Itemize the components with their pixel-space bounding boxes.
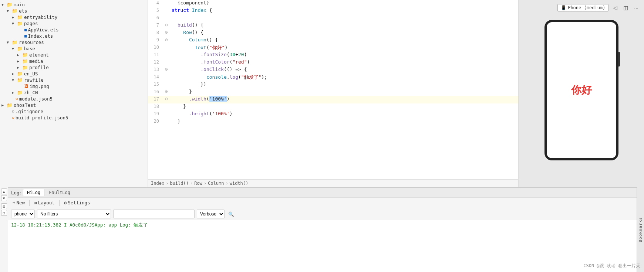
- code-line-19: 19 .height('100%'): [148, 111, 518, 118]
- filter-select[interactable]: No filters: [37, 210, 111, 218]
- arrow-media: ▶: [17, 59, 22, 63]
- nav-bottom[interactable]: ⊟: [1, 210, 7, 216]
- folder-icon-ohostest: 📁: [7, 102, 13, 108]
- tree-item-indexets[interactable]: ■ Index.ets: [0, 33, 148, 39]
- breadcrumb-build[interactable]: build(): [170, 181, 189, 186]
- settings-button[interactable]: ⚙ Settings: [63, 199, 92, 206]
- code-7: build() {: [170, 22, 518, 28]
- tree-item-pages[interactable]: ▼ 📁 pages: [0, 20, 148, 27]
- gutter-13: ⊖: [163, 67, 170, 72]
- code-line-14: 14 console.log("触发了");: [148, 74, 518, 81]
- tree-item-base[interactable]: ▼ 📁 base: [0, 45, 148, 52]
- file-icon-gitignore: ⚙: [12, 109, 14, 114]
- layout-button[interactable]: ⊞ Layout: [33, 199, 56, 206]
- gutter-16: ⊖: [163, 89, 170, 94]
- arrow-zhcn: ▶: [12, 91, 17, 95]
- tree-item-profile[interactable]: ▶ 📁 profile: [0, 64, 148, 71]
- label-rawfile: rawfile: [24, 77, 44, 83]
- folder-icon-resources: 📁: [12, 40, 18, 45]
- arrow-element: ▶: [17, 53, 22, 57]
- label-zhcn: zh_CN: [24, 90, 38, 95]
- arrow-enus: ▶: [12, 72, 17, 76]
- tree-item-entryability[interactable]: ▶ 📁 entryability: [0, 14, 148, 20]
- tree-item-resources[interactable]: ▼ 📁 resources: [0, 39, 148, 45]
- line-num-14: 14: [148, 74, 163, 79]
- file-icon-buildprofile: ⚙: [12, 115, 14, 120]
- log-toolbar: + New ⊞ Layout ⚙ Settings: [8, 198, 637, 208]
- breadcrumb: Index › build() › Row › Column › width(): [148, 179, 518, 187]
- file-icon-indexets: ■: [24, 34, 27, 38]
- more-button[interactable]: ···: [632, 4, 640, 12]
- code-4: {component}: [170, 0, 518, 6]
- tree-item-appview[interactable]: ■ AppView.ets: [0, 27, 148, 33]
- breadcrumb-index[interactable]: Index: [151, 181, 164, 186]
- line-num-15: 15: [148, 81, 163, 87]
- phone-screen: 你好: [547, 22, 616, 158]
- nav-up[interactable]: ▲: [1, 188, 7, 194]
- code-content[interactable]: 4 {component} 5 struct Index { 6 7 ⊖ b: [148, 0, 518, 179]
- hello-text: 你好: [571, 83, 592, 97]
- code-17: .width('100%'): [170, 96, 518, 102]
- gutter-17: ⊖: [163, 96, 170, 102]
- nav-top[interactable]: ⊡: [1, 203, 7, 209]
- tab-hilog[interactable]: HiLog: [23, 189, 44, 196]
- line-num-4: 4: [148, 0, 163, 6]
- tree-item-ohostest[interactable]: ▶ 📁 ohosTest: [0, 102, 148, 108]
- code-line-5: 5 struct Index {: [148, 7, 518, 15]
- nav-down[interactable]: ▼: [1, 195, 7, 201]
- device-select[interactable]: phone: [11, 210, 35, 218]
- back-button[interactable]: ◁: [611, 4, 619, 12]
- code-line-17: 17 ⊖ .width('100%'): [148, 96, 518, 103]
- folder-icon-entryability: 📁: [17, 14, 23, 20]
- device-label: 📱 Phone (medium): [557, 4, 608, 11]
- folder-icon-pages: 📁: [17, 21, 23, 26]
- breadcrumb-column[interactable]: Column: [208, 181, 224, 186]
- label-entryability: entryability: [24, 14, 57, 20]
- code-9: Column() {: [170, 37, 518, 42]
- tree-item-element[interactable]: ▶ 📁 element: [0, 52, 148, 58]
- tree-item-rawfile[interactable]: ▼ 📁 rawfile: [0, 77, 148, 83]
- log-nav-buttons: ▲ ▼ ⊡ ⊟: [0, 187, 8, 272]
- arrow-resources: ▼: [7, 40, 12, 44]
- label-imgpng: img.png: [30, 84, 49, 89]
- new-button[interactable]: + New: [11, 199, 26, 206]
- split-button[interactable]: ◫: [621, 4, 630, 12]
- sep2: ›: [190, 181, 193, 186]
- settings-label: Settings: [68, 200, 90, 205]
- tree-item-gitignore[interactable]: ⚙ .gitignore: [0, 108, 148, 115]
- tree-item-ets[interactable]: ▼ 📁 ets: [0, 8, 148, 14]
- code-line-16: 16 ⊖ }: [148, 89, 518, 96]
- code-15: }): [170, 81, 518, 87]
- tree-item-zhcn[interactable]: ▶ 📁 zh_CN: [0, 89, 148, 96]
- search-btn[interactable]: 🔍: [227, 211, 236, 218]
- toolbar-sep2: [59, 200, 60, 206]
- breadcrumb-row[interactable]: Row: [194, 181, 202, 186]
- search-input[interactable]: [113, 210, 195, 218]
- file-icon-modulejson: ⚙: [16, 96, 18, 101]
- tree-item-enus[interactable]: ▶ 📁 en_US: [0, 71, 148, 77]
- code-20: }: [170, 118, 518, 124]
- arrow-main: ▼: [1, 3, 7, 7]
- bookmarks-sidebar: Bookmarks: [637, 187, 644, 272]
- line-num-20: 20: [148, 118, 163, 124]
- log-tabs: Log: HiLog FaultLog: [8, 188, 637, 198]
- phone-icon: 📱: [561, 5, 566, 10]
- tab-faultlog[interactable]: FaultLog: [45, 189, 74, 196]
- tree-item-imgpng[interactable]: 🖼 img.png: [0, 83, 148, 89]
- code-editor: 4 {component} 5 struct Index { 6 7 ⊖ b: [148, 0, 518, 187]
- tree-item-buildprofile[interactable]: ⚙ build-profile.json5: [0, 115, 148, 121]
- gutter-7: ⊖: [163, 22, 170, 28]
- sep1: ›: [166, 181, 168, 186]
- code-13: .onClick(() => {: [170, 67, 518, 72]
- label-base: base: [24, 46, 35, 51]
- tree-item-modulejson[interactable]: ⚙ module.json5: [0, 96, 148, 102]
- code-line-13: 13 ⊖ .onClick(() => {: [148, 67, 518, 74]
- folder-icon-enus: 📁: [17, 71, 23, 76]
- breadcrumb-width[interactable]: width(): [230, 181, 249, 186]
- label-resources: resources: [19, 40, 44, 45]
- verbose-select[interactable]: Verbose: [197, 210, 225, 218]
- code-line-15: 15 }): [148, 81, 518, 89]
- tree-item-main[interactable]: ▼ 📁 main: [0, 1, 148, 8]
- code-14: console.log("触发了");: [170, 74, 518, 81]
- tree-item-media[interactable]: ▶ 📁 media: [0, 58, 148, 64]
